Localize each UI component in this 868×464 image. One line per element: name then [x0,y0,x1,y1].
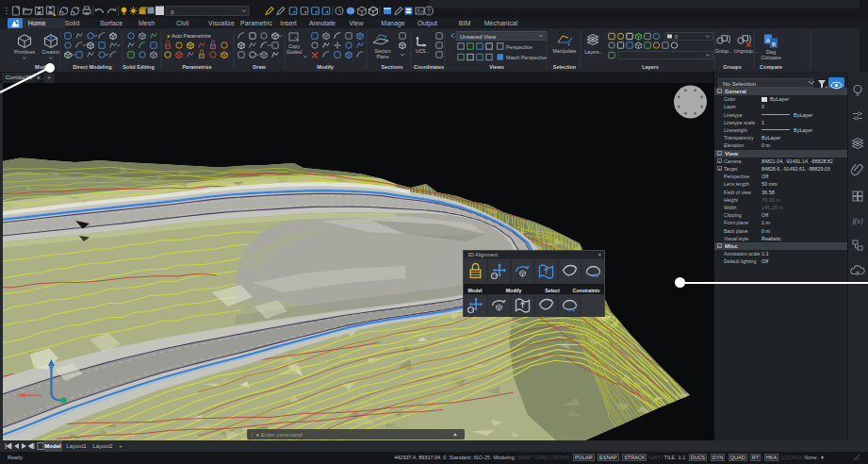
svg-text:Layers...: Layers... [584,49,603,55]
svg-text:A: A [766,38,770,43]
svg-text:Auto Parametrize: Auto Parametrize [172,33,211,39]
svg-text:Model: Model [468,288,483,293]
svg-text:Modify: Modify [506,288,522,293]
svg-text:Creation: Creation [41,49,59,55]
svg-text:Compare: Compare [762,55,781,60]
svg-text:Unsaved View: Unsaved View [460,34,497,40]
svg-text:0: 0 [171,8,174,15]
svg-text:Manipulate: Manipulate [553,48,577,54]
svg-text:Plane: Plane [376,54,388,59]
svg-text:Select: Select [545,288,560,293]
svg-text:0: 0 [675,34,678,40]
svg-text:Group...: Group... [715,48,732,54]
svg-text:UCS...: UCS... [416,48,430,54]
svg-text:Match Perspective: Match Perspective [506,55,548,60]
svg-text:Constraints: Constraints [573,288,600,293]
svg-text:f(x): f(x) [852,217,862,225]
svg-text:Primitives: Primitives [14,49,36,55]
svg-text:?: ? [427,8,431,14]
svg-text:B: B [772,41,776,47]
svg-text:Guided: Guided [287,49,303,55]
svg-text:Perspective: Perspective [506,44,532,50]
svg-text:Ungroup...: Ungroup... [734,48,757,54]
